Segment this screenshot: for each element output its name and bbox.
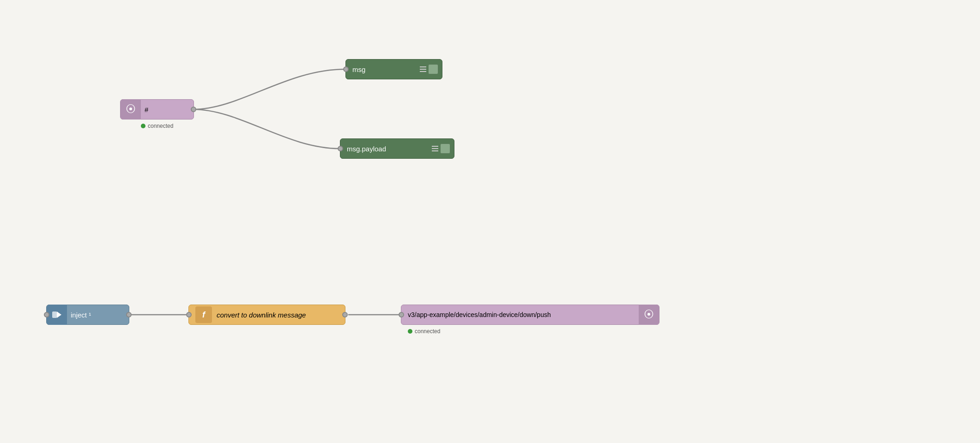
function-label: convert to downlink message [217, 311, 306, 319]
mqtt-out-node[interactable]: v3/app-example/devices/admin-device/down… [401, 305, 659, 325]
debug-msg-input-port[interactable] [343, 66, 349, 72]
svg-marker-1 [57, 311, 61, 318]
mqtt-out-label: v3/app-example/devices/admin-device/down… [408, 311, 639, 318]
debug-payload-node[interactable]: msg.payload [340, 138, 454, 159]
svg-rect-0 [52, 311, 57, 318]
mqtt-in-node[interactable]: ⦿ # connected [120, 99, 194, 120]
debug-msg-hamburger [420, 66, 426, 72]
inject-node[interactable]: inject ¹ [46, 305, 129, 325]
mqtt-in-output-port[interactable] [191, 107, 196, 112]
mqtt-out-icon: ⦿ [639, 305, 659, 325]
inject-output-port[interactable] [126, 312, 132, 317]
function-output-port[interactable] [342, 312, 348, 317]
mqtt-out-status-dot [408, 329, 412, 334]
debug-payload-toggle[interactable] [440, 144, 450, 154]
inject-label: inject ¹ [71, 311, 91, 319]
mqtt-in-label: # [145, 106, 148, 114]
function-input-port[interactable] [186, 312, 192, 317]
debug-msg-node[interactable]: msg [345, 59, 442, 79]
mqtt-out-input-port[interactable] [399, 312, 404, 317]
mqtt-in-status: connected [141, 123, 173, 129]
mqtt-in-status-dot [141, 124, 145, 128]
inject-icon [47, 305, 67, 325]
debug-payload-hamburger [432, 146, 438, 151]
mqtt-out-status: connected [408, 328, 440, 335]
mqtt-in-icon: ⦿ [121, 99, 141, 120]
debug-msg-label: msg [352, 66, 420, 73]
function-node[interactable]: f convert to downlink message [188, 305, 345, 325]
inject-left-port[interactable] [44, 312, 49, 317]
inject-arrow-icon [52, 310, 62, 320]
debug-msg-toggle[interactable] [428, 64, 438, 74]
debug-payload-input-port[interactable] [338, 146, 343, 151]
function-icon: f [195, 306, 212, 323]
debug-payload-label: msg.payload [347, 145, 432, 153]
